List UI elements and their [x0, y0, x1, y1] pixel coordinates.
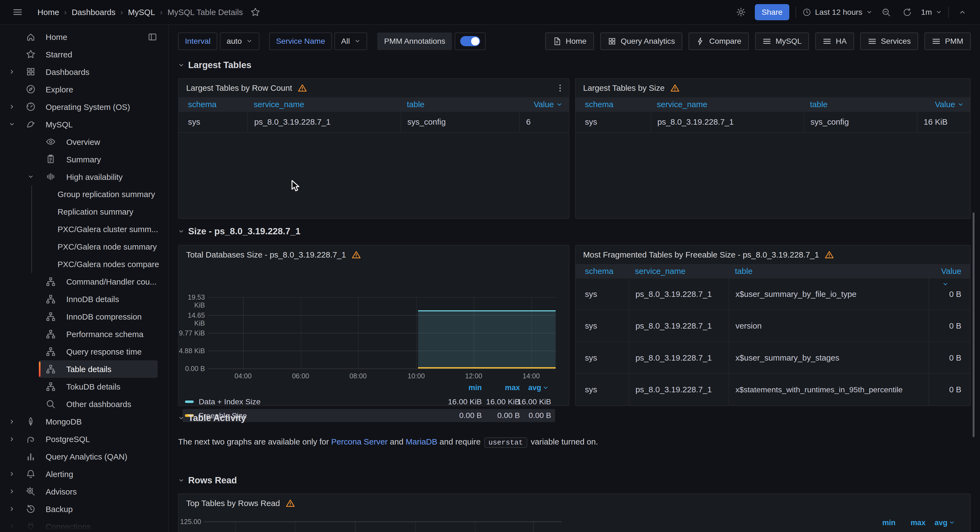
- warning-icon[interactable]: [825, 250, 834, 259]
- column-header-service-name[interactable]: service_name: [629, 267, 729, 276]
- chevron-right-icon[interactable]: [9, 68, 15, 75]
- column-header-value[interactable]: Value: [929, 267, 970, 276]
- warning-icon[interactable]: [298, 83, 307, 93]
- chevron-down-icon[interactable]: [9, 121, 15, 127]
- warning-icon[interactable]: [286, 499, 295, 508]
- sidebar-item-connections[interactable]: Connections: [0, 518, 169, 532]
- collapse-topbar-caret-icon[interactable]: [955, 5, 970, 20]
- chevron-right-icon[interactable]: [9, 436, 15, 442]
- breadcrumb-dashboards[interactable]: Dashboards: [72, 8, 115, 17]
- mysql-link-button[interactable]: MySQL: [755, 33, 809, 50]
- sidebar-item-query-response-time[interactable]: Query response time: [0, 343, 169, 360]
- sidebar-item-dashboards[interactable]: Dashboards: [0, 63, 169, 81]
- mariadb-link[interactable]: MariaDB: [406, 437, 437, 446]
- chevron-right-icon[interactable]: [9, 523, 15, 530]
- column-header-value[interactable]: Value: [917, 100, 970, 109]
- breadcrumb-mysql[interactable]: MySQL: [128, 8, 155, 17]
- hamburger-menu-icon[interactable]: [10, 5, 25, 20]
- time-range-picker[interactable]: Last 12 hours: [802, 8, 872, 17]
- sidebar-item-summary[interactable]: Summary: [0, 151, 169, 168]
- sidebar-item-group-replication-summary[interactable]: Group replication summary: [0, 185, 169, 203]
- column-header-schema[interactable]: schema: [576, 267, 629, 276]
- sidebar-item-replication-summary[interactable]: Replication summary: [0, 203, 169, 220]
- breadcrumb-home[interactable]: Home: [38, 8, 59, 17]
- dock-sidebar-icon[interactable]: [148, 32, 158, 42]
- interval-variable-value[interactable]: auto: [220, 33, 259, 50]
- section-largest-tables[interactable]: Largest Tables: [178, 60, 251, 70]
- panel-header[interactable]: Top Tables by Rows Read: [179, 494, 970, 513]
- warning-icon[interactable]: [670, 83, 679, 93]
- sidebar-item-high-availability[interactable]: High availability: [0, 168, 169, 186]
- toggle-on-switch[interactable]: [460, 36, 480, 46]
- sidebar-item-innodb-compression[interactable]: InnoDB compression: [0, 308, 169, 326]
- pmm-link-button[interactable]: PMM: [924, 33, 971, 50]
- refresh-icon[interactable]: [900, 5, 915, 20]
- table-row[interactable]: sys ps_8.0_3.19.228.7_1 sys_config 16 Ki…: [576, 112, 970, 133]
- legend-col-avg[interactable]: avg: [523, 383, 549, 392]
- legend-col-min[interactable]: min: [455, 383, 482, 392]
- favorite-star-icon[interactable]: [248, 5, 263, 20]
- chevron-down-icon[interactable]: [28, 174, 34, 180]
- section-size[interactable]: Size - ps_8.0_3.19.228.7_1: [178, 226, 301, 237]
- sidebar-item-table-details[interactable]: Table details: [0, 360, 169, 378]
- sidebar-item-query-analytics[interactable]: Query Analytics (QAN): [0, 448, 169, 465]
- sidebar-item-performance-schema[interactable]: Performance schema: [0, 326, 169, 343]
- interval-variable-label[interactable]: Interval: [178, 33, 217, 50]
- column-header-table[interactable]: table: [804, 100, 917, 109]
- sidebar-item-starred[interactable]: Starred: [0, 46, 169, 63]
- sidebar-item-alerting[interactable]: Alerting: [0, 465, 169, 483]
- column-header-table[interactable]: table: [401, 100, 519, 109]
- panel-header[interactable]: Most Fragmented Tables by Freeable Size …: [576, 246, 970, 264]
- dashboard-settings-gear-icon[interactable]: [733, 5, 749, 20]
- column-header-schema[interactable]: schema: [576, 100, 651, 109]
- service-name-variable-label[interactable]: Service Name: [269, 33, 332, 50]
- sidebar-item-home[interactable]: Home: [0, 28, 169, 46]
- legend-col-max[interactable]: max: [899, 518, 926, 527]
- section-rows-read[interactable]: Rows Read: [178, 475, 237, 486]
- percona-server-link[interactable]: Percona Server: [331, 437, 388, 446]
- sidebar-item-pxc-galera-nodes-compare[interactable]: PXC/Galera nodes compare: [0, 255, 169, 273]
- column-header-service-name[interactable]: service_name: [247, 100, 401, 109]
- sidebar-item-mongodb[interactable]: MongoDB: [0, 413, 169, 430]
- column-header-value[interactable]: Value: [519, 100, 569, 109]
- section-table-activity[interactable]: Table Activity: [178, 413, 246, 423]
- share-button[interactable]: Share: [755, 4, 789, 20]
- ha-link-button[interactable]: HA: [815, 33, 854, 50]
- refresh-interval-picker[interactable]: 1m: [921, 8, 942, 17]
- home-link-button[interactable]: Home: [545, 33, 594, 50]
- table-row[interactable]: sys ps_8.0_3.19.228.7_1 version 0 B: [576, 310, 970, 342]
- table-row[interactable]: sys ps_8.0_3.19.228.7_1 sys_config 6: [179, 112, 569, 133]
- column-header-schema[interactable]: schema: [179, 100, 247, 109]
- chevron-right-icon[interactable]: [9, 103, 15, 110]
- sidebar-item-other-dashboards[interactable]: Other dashboards: [0, 395, 169, 413]
- column-header-table[interactable]: table: [729, 267, 929, 276]
- sidebar-item-operating-system[interactable]: Operating System (OS): [0, 98, 169, 116]
- table-row[interactable]: sys ps_8.0_3.19.228.7_1 x$user_summary_b…: [576, 279, 970, 311]
- chevron-right-icon[interactable]: [9, 419, 15, 425]
- column-header-service-name[interactable]: service_name: [651, 100, 804, 109]
- legend-col-avg[interactable]: avg: [926, 518, 955, 527]
- sidebar-item-pxc-galera-cluster-summary[interactable]: PXC/Galera cluster summ...: [0, 220, 169, 238]
- sidebar-item-pxc-galera-node-summary[interactable]: PXC/Galera node summary: [0, 238, 169, 255]
- panel-header[interactable]: Largest Tables by Row Count: [179, 79, 569, 98]
- query-analytics-link-button[interactable]: Query Analytics: [600, 33, 682, 50]
- services-link-button[interactable]: Services: [860, 33, 918, 50]
- compare-link-button[interactable]: Compare: [689, 33, 749, 50]
- page-scrollbar[interactable]: [973, 213, 975, 437]
- legend-col-min[interactable]: min: [869, 518, 896, 527]
- pmm-annotations-toggle[interactable]: [455, 33, 486, 50]
- sidebar-item-backup[interactable]: Backup: [0, 500, 169, 518]
- sidebar-item-postgresql[interactable]: PostgreSQL: [0, 430, 169, 448]
- sidebar-item-innodb-details[interactable]: InnoDB details: [0, 290, 169, 308]
- sidebar-item-advisors[interactable]: Advisors: [0, 483, 169, 500]
- sidebar-item-mysql[interactable]: MySQL: [0, 116, 169, 133]
- sidebar-item-tokudb-details[interactable]: TokuDB details: [0, 378, 169, 395]
- chevron-right-icon[interactable]: [9, 471, 15, 477]
- panel-menu-kebab-icon[interactable]: [555, 83, 565, 93]
- panel-header[interactable]: Largest Tables by Size: [576, 79, 970, 98]
- chevron-right-icon[interactable]: [9, 506, 15, 512]
- sidebar-item-overview[interactable]: Overview: [0, 133, 169, 151]
- legend-col-max[interactable]: max: [493, 383, 520, 392]
- table-row[interactable]: sys ps_8.0_3.19.228.7_1 x$user_summary_b…: [576, 342, 970, 374]
- sort-desc-chevron-icon[interactable]: [929, 281, 961, 287]
